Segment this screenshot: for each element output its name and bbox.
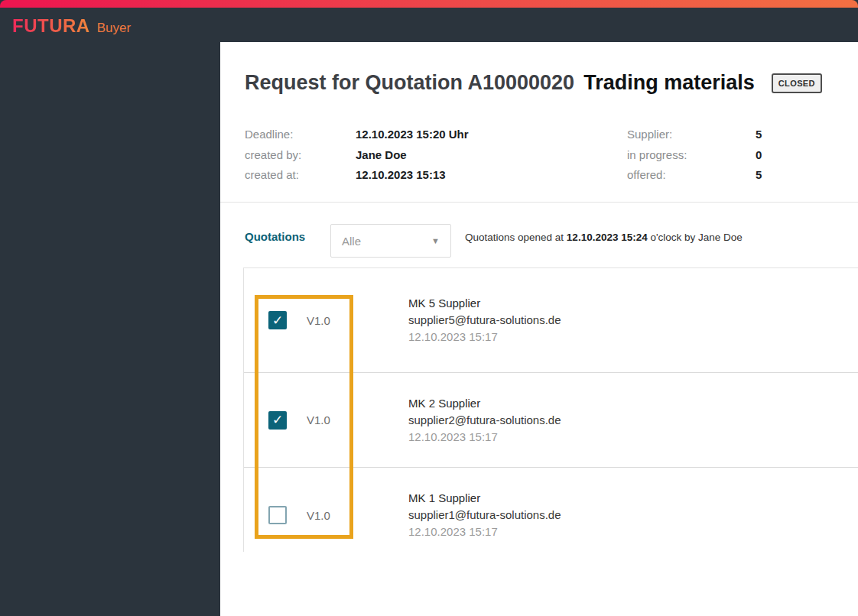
detail-value: 12.10.2023 15:20 Uhr (356, 128, 469, 141)
detail-value: 0 (756, 148, 762, 161)
main-content: Request for Quotation A10000020 Trading … (220, 42, 858, 616)
filter-selected-value: Alle (342, 235, 431, 248)
detail-label: Supplier: (627, 128, 756, 141)
quotations-section-label: Quotations (245, 230, 305, 243)
detail-supplier-count: Supplier: 5 (627, 125, 762, 142)
opened-note-prefix: Quotations opened at (465, 232, 567, 243)
row-select-column: ✓ V1.0 (244, 411, 408, 430)
page-title: Request for Quotation A10000020 Trading … (245, 71, 822, 95)
sidebar (0, 0, 220, 616)
supplier-name: MK 5 Supplier (408, 295, 561, 312)
section-divider (220, 202, 858, 203)
supplier-checkbox[interactable]: ✓ (268, 411, 287, 430)
detail-deadline: Deadline: 12.10.2023 15:20 Uhr (245, 125, 469, 142)
detail-value: 12.10.2023 15:13 (356, 168, 446, 181)
quotation-date: 12.10.2023 15:17 (408, 329, 561, 345)
row-select-column: ✓ V1.0 (244, 311, 408, 329)
detail-value: 5 (756, 128, 762, 141)
logo-brand-text: FUTURA (12, 15, 90, 37)
caret-down-icon: ▼ (431, 236, 440, 245)
quotations-filter-select[interactable]: Alle ▼ (330, 224, 451, 258)
supplier-email: supplier1@futura-solutions.de (408, 507, 561, 524)
detail-label: in progress: (627, 148, 756, 161)
supplier-name: MK 1 Supplier (408, 490, 561, 507)
rfq-title-name: Trading materials (583, 71, 755, 95)
status-badge: CLOSED (772, 73, 822, 93)
supplier-info: MK 5 Supplier supplier5@futura-solutions… (408, 295, 561, 345)
detail-in-progress-count: in progress: 0 (627, 146, 762, 163)
checkmark-icon: ✓ (272, 413, 283, 426)
brand-gradient-stripe (0, 0, 858, 8)
supplier-info: MK 1 Supplier supplier1@futura-solutions… (408, 490, 561, 540)
quotation-list: ✓ V1.0 MK 5 Supplier supplier5@futura-so… (243, 267, 858, 552)
detail-offered-count: offered: 5 (627, 166, 762, 183)
checkmark-icon: ✓ (272, 314, 283, 327)
logo-suffix-text: Buyer (97, 21, 131, 36)
quotation-row: ✓ V1.0 MK 2 Supplier supplier2@futura-so… (244, 373, 858, 468)
detail-value: 5 (756, 168, 762, 181)
supplier-checkbox[interactable]: ✓ (268, 311, 287, 329)
row-select-column: V1.0 (244, 506, 408, 524)
detail-label: Deadline: (245, 128, 356, 141)
detail-value: Jane Doe (356, 148, 407, 161)
quotation-row: ✓ V1.0 MK 5 Supplier supplier5@futura-so… (244, 268, 858, 373)
supplier-name: MK 2 Supplier (408, 395, 561, 412)
detail-created-by: created by: Jane Doe (245, 146, 407, 163)
supplier-email: supplier2@futura-solutions.de (408, 412, 561, 429)
opened-note-suffix: o'clock by Jane Doe (648, 232, 743, 243)
detail-label: created at: (245, 168, 356, 181)
rfq-title-id: Request for Quotation A10000020 (245, 71, 574, 95)
detail-label: offered: (627, 168, 756, 181)
app-window: FUTURA Buyer + Create Dashboard Requests… (0, 0, 858, 616)
quotation-row: V1.0 MK 1 Supplier supplier1@futura-solu… (244, 468, 858, 563)
supplier-email: supplier5@futura-solutions.de (408, 312, 561, 329)
detail-created-at: created at: 12.10.2023 15:13 (245, 166, 446, 183)
quotations-opened-note: Quotations opened at 12.10.2023 15:24 o'… (465, 232, 743, 243)
quotation-version: V1.0 (307, 413, 330, 426)
opened-note-datetime: 12.10.2023 15:24 (567, 232, 648, 243)
quotation-date: 12.10.2023 15:17 (408, 524, 561, 540)
quotation-date: 12.10.2023 15:17 (408, 429, 561, 446)
supplier-info: MK 2 Supplier supplier2@futura-solutions… (408, 395, 561, 446)
detail-label: created by: (245, 148, 356, 161)
quotation-version: V1.0 (307, 509, 330, 522)
supplier-checkbox[interactable] (268, 506, 287, 524)
quotation-version: V1.0 (307, 314, 330, 327)
app-logo: FUTURA Buyer (12, 15, 131, 37)
